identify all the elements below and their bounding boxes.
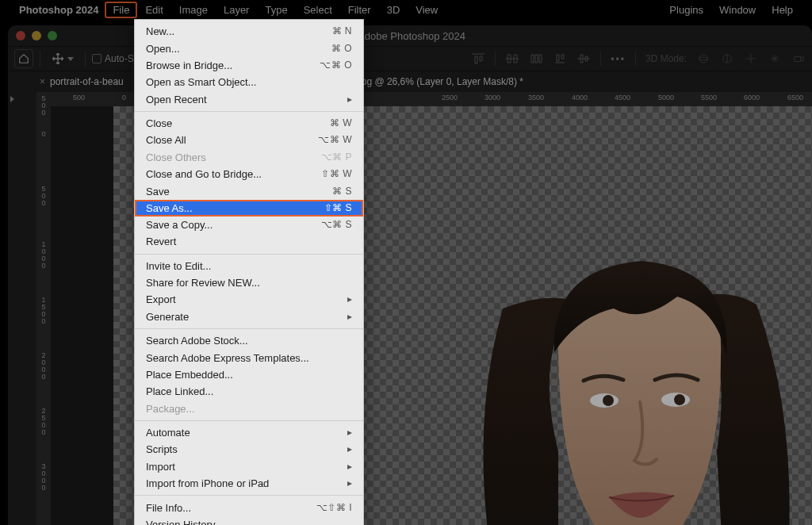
menu-separator <box>135 328 363 329</box>
h-ruler-mark: 4500 <box>615 94 630 102</box>
file-menu-new[interactable]: New...⌘ N <box>135 23 363 40</box>
menu-plugins[interactable]: Plugins <box>661 2 711 18</box>
3d-mode-label: 3D Mode: <box>645 53 687 64</box>
file-menu-automate[interactable]: Automate▸ <box>135 424 363 441</box>
menu-separator <box>135 420 363 421</box>
menu-item-label: New... <box>146 25 332 38</box>
menu-item-shortcut: ⇧⌘ W <box>321 167 352 181</box>
document-tab-name-right: pg @ 26,6% (Layer 0, Layer Mask/8) * <box>362 76 523 87</box>
file-menu-scripts[interactable]: Scripts▸ <box>135 441 363 458</box>
3d-camera-icon[interactable] <box>791 53 806 64</box>
menu-item-label: Browse in Bridge... <box>146 59 320 72</box>
options-bar: Auto-Sel ••• 3D Mode: <box>8 46 812 71</box>
app-name[interactable]: Photoshop 2024 <box>19 4 98 16</box>
menu-item-shortcut: ⌘ N <box>332 25 353 38</box>
file-menu-file-info[interactable]: File Info...⌥⇧⌘ I <box>135 499 363 515</box>
file-menu-import-from-iphone-or-ipad[interactable]: Import from iPhone or iPad▸ <box>135 475 363 492</box>
move-tool-selector[interactable] <box>47 51 79 67</box>
h-ruler-mark: 4000 <box>572 94 588 102</box>
h-ruler-mark: 6000 <box>744 94 760 102</box>
menu-item-label: Search Adobe Stock... <box>146 334 352 347</box>
submenu-arrow-icon: ▸ <box>347 293 352 306</box>
close-tab-button[interactable]: × <box>40 76 45 87</box>
file-menu-dropdown: New...⌘ NOpen...⌘ OBrowse in Bridge...⌥⌘… <box>134 19 364 525</box>
v-ruler-mark: 0 <box>39 131 48 138</box>
panel-expand-arrow[interactable] <box>8 94 16 105</box>
document-tab-name-left[interactable]: portrait-of-a-beau <box>50 76 124 87</box>
menu-item-label: Open... <box>146 42 331 56</box>
menu-image[interactable]: Image <box>171 2 216 18</box>
h-ruler-mark: 5000 <box>658 94 674 102</box>
h-ruler-mark: 3500 <box>528 94 544 102</box>
menu-item-label: Import from iPhone or iPad <box>146 477 347 490</box>
home-button[interactable] <box>14 49 33 68</box>
file-menu-invite-to-edit[interactable]: Invite to Edit... <box>135 258 363 274</box>
file-menu-close-all[interactable]: Close All⌥⌘ W <box>135 132 363 148</box>
align-h1-icon[interactable] <box>505 53 519 64</box>
menu-select[interactable]: Select <box>296 2 340 18</box>
file-menu-place-embedded[interactable]: Place Embedded... <box>135 366 363 383</box>
submenu-arrow-icon: ▸ <box>347 443 352 456</box>
menu-filter[interactable]: Filter <box>340 2 379 18</box>
3d-pan-icon[interactable] <box>744 53 758 64</box>
menu-view[interactable]: View <box>408 2 446 18</box>
file-menu-search-adobe-stock[interactable]: Search Adobe Stock... <box>135 332 363 349</box>
close-window-button[interactable] <box>16 31 25 40</box>
3d-orbit-icon[interactable] <box>696 53 710 64</box>
menu-type[interactable]: Type <box>257 2 295 18</box>
menu-item-label: Close All <box>146 133 318 147</box>
menu-item-shortcut: ⌘ W <box>330 117 352 130</box>
file-menu-save[interactable]: Save⌘ S <box>135 182 363 199</box>
3d-slide-icon[interactable] <box>768 53 782 64</box>
menu-help[interactable]: Help <box>764 2 801 18</box>
menu-3d[interactable]: 3D <box>379 2 408 18</box>
menu-item-label: Version History <box>146 518 352 525</box>
menu-item-label: Save <box>146 185 332 198</box>
file-menu-share-for-review-new[interactable]: Share for Review NEW... <box>135 274 363 291</box>
file-menu-save-a-copy[interactable]: Save a Copy...⌥⌘ S <box>135 217 363 233</box>
v-ruler-mark: 2500 <box>39 408 48 436</box>
file-menu-open-recent[interactable]: Open Recent▸ <box>135 91 363 108</box>
h-ruler-mark: 5500 <box>701 94 717 102</box>
3d-roll-icon[interactable] <box>720 53 734 64</box>
file-menu-close-and-go-to-bridge[interactable]: Close and Go to Bridge...⇧⌘ W <box>135 166 363 182</box>
submenu-arrow-icon: ▸ <box>347 477 352 490</box>
svg-point-0 <box>699 55 708 63</box>
menu-item-shortcut: ⌥⌘ P <box>321 151 352 164</box>
file-menu-browse-in-bridge[interactable]: Browse in Bridge...⌥⌘ O <box>135 57 363 74</box>
menu-layer[interactable]: Layer <box>216 2 258 18</box>
svg-point-5 <box>603 395 614 406</box>
menu-window[interactable]: Window <box>711 2 764 18</box>
file-menu-open[interactable]: Open...⌘ O <box>135 40 363 56</box>
menu-item-label: Save a Copy... <box>146 218 321 232</box>
file-menu-import[interactable]: Import▸ <box>135 458 363 475</box>
menu-item-label: Close Others <box>146 151 321 164</box>
align-top-icon[interactable] <box>471 53 485 64</box>
menu-item-label: Export <box>146 293 347 306</box>
file-menu-open-as-smart-object[interactable]: Open as Smart Object... <box>135 74 363 90</box>
file-menu-save-as[interactable]: Save As...⇧⌘ S <box>135 200 363 217</box>
menu-item-label: Generate <box>146 310 347 324</box>
menu-separator <box>135 254 363 255</box>
v-ruler-mark: 500 <box>39 186 48 207</box>
menu-edit[interactable]: Edit <box>137 2 170 18</box>
menu-separator <box>135 495 363 496</box>
mac-menubar: Photoshop 2024 FileEditImageLayerTypeSel… <box>0 0 812 19</box>
menu-item-shortcut: ⌘ S <box>332 185 352 198</box>
file-menu-close[interactable]: Close⌘ W <box>135 115 363 132</box>
align-h2-icon[interactable] <box>529 53 543 64</box>
align-h3-icon[interactable] <box>553 53 567 64</box>
file-menu-version-history[interactable]: Version History <box>135 516 363 525</box>
zoom-window-button[interactable] <box>48 31 57 40</box>
file-menu-generate[interactable]: Generate▸ <box>135 308 363 325</box>
file-menu-search-adobe-express-templates[interactable]: Search Adobe Express Templates... <box>135 349 363 366</box>
minimize-window-button[interactable] <box>32 31 41 40</box>
file-menu-export[interactable]: Export▸ <box>135 291 363 308</box>
file-menu-revert[interactable]: Revert <box>135 233 363 250</box>
menu-file[interactable]: File <box>105 2 137 18</box>
align-h4-icon[interactable] <box>576 53 591 64</box>
menu-item-label: Invite to Edit... <box>146 259 352 273</box>
more-options-icon[interactable]: ••• <box>611 53 626 64</box>
document-tab-bar: × portrait-of-a-beau pg @ 26,6% (Layer 0… <box>8 71 812 92</box>
file-menu-place-linked[interactable]: Place Linked... <box>135 383 363 400</box>
